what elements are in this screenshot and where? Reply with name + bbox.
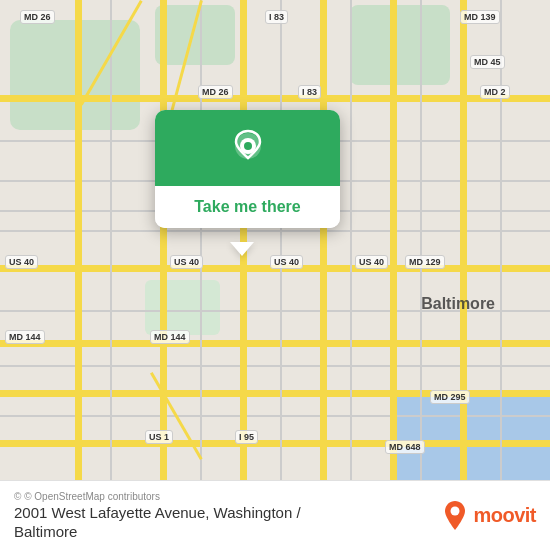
road-gray-h7 (0, 415, 550, 417)
label-md26-top: MD 26 (20, 10, 55, 24)
road-gray-v6 (500, 0, 502, 480)
label-md648: MD 648 (385, 440, 425, 454)
moovit-logo-text: moovit (473, 504, 536, 527)
label-md129: MD 129 (405, 255, 445, 269)
label-md2: MD 2 (480, 85, 510, 99)
moovit-pin-icon (441, 500, 469, 532)
label-md144-left: MD 144 (5, 330, 45, 344)
osm-contributors: © OpenStreetMap contributors (24, 491, 160, 502)
label-us40-right: US 40 (355, 255, 388, 269)
road-v6 (460, 0, 467, 480)
take-me-there-button[interactable]: Take me there (155, 186, 340, 228)
svg-point-3 (451, 506, 460, 515)
road-gray-v4 (350, 0, 352, 480)
road-gray-v2 (200, 0, 202, 480)
road-gray-v1 (110, 0, 112, 480)
city-label-baltimore: Baltimore (421, 295, 495, 313)
label-md45: MD 45 (470, 55, 505, 69)
label-us40-mid2: US 40 (270, 255, 303, 269)
label-us40-left: US 40 (5, 255, 38, 269)
road-v4 (320, 0, 327, 480)
label-i83-mid: I 83 (298, 85, 321, 99)
label-us1: US 1 (145, 430, 173, 444)
label-i83-top: I 83 (265, 10, 288, 24)
road-gray-h6 (0, 365, 550, 367)
pin-icon (226, 128, 270, 172)
label-md139: MD 139 (460, 10, 500, 24)
road-gray-h4 (0, 230, 550, 232)
bottom-bar: © © OpenStreetMap contributors 2001 West… (0, 480, 550, 550)
road-v3 (240, 0, 247, 480)
road-v1 (75, 0, 82, 480)
label-md26-mid: MD 26 (198, 85, 233, 99)
svg-point-2 (244, 142, 252, 150)
label-us40-mid1: US 40 (170, 255, 203, 269)
road-h3 (0, 340, 550, 347)
popup-triangle (230, 242, 254, 256)
bottom-left-info: © © OpenStreetMap contributors 2001 West… (14, 491, 301, 540)
roads-layer (0, 0, 550, 480)
copyright-symbol: © (14, 491, 24, 502)
address-line2: Baltimore (14, 523, 301, 540)
road-h5 (0, 440, 550, 447)
label-md295: MD 295 (430, 390, 470, 404)
road-v2 (160, 0, 167, 480)
road-gray-v5 (420, 0, 422, 480)
address-line1: 2001 West Lafayette Avenue, Washington / (14, 504, 301, 521)
label-md144-right: MD 144 (150, 330, 190, 344)
road-v5 (390, 0, 397, 480)
location-popup: Take me there (155, 110, 340, 228)
moovit-logo: moovit (441, 500, 536, 532)
copyright-text: © © OpenStreetMap contributors (14, 491, 301, 502)
popup-header (155, 110, 340, 186)
label-i95: I 95 (235, 430, 258, 444)
map-container: MD 26 I 83 MD 139 MD 45 MD 26 I 83 MD 2 … (0, 0, 550, 480)
road-gray-v3 (280, 0, 282, 480)
